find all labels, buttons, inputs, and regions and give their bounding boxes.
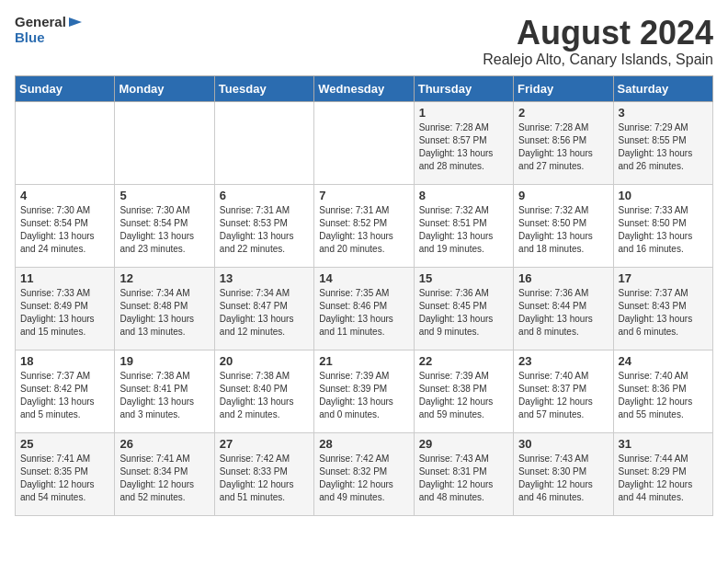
day-cell xyxy=(214,101,313,184)
week-row-5: 25Sunrise: 7:41 AM Sunset: 8:35 PM Dayli… xyxy=(16,432,713,515)
day-cell: 20Sunrise: 7:38 AM Sunset: 8:40 PM Dayli… xyxy=(214,350,313,432)
day-cell: 21Sunrise: 7:39 AM Sunset: 8:39 PM Dayli… xyxy=(314,350,414,432)
day-number: 21 xyxy=(319,354,408,368)
day-info: Sunrise: 7:42 AM Sunset: 8:33 PM Dayligh… xyxy=(220,453,309,504)
day-cell xyxy=(16,101,115,184)
day-info: Sunrise: 7:35 AM Sunset: 8:46 PM Dayligh… xyxy=(319,287,408,339)
day-cell: 30Sunrise: 7:43 AM Sunset: 8:30 PM Dayli… xyxy=(514,432,613,515)
day-cell: 25Sunrise: 7:41 AM Sunset: 8:35 PM Dayli… xyxy=(16,432,115,515)
day-info: Sunrise: 7:41 AM Sunset: 8:35 PM Dayligh… xyxy=(20,453,109,504)
day-cell: 24Sunrise: 7:40 AM Sunset: 8:36 PM Dayli… xyxy=(613,350,712,432)
day-number: 9 xyxy=(518,189,608,202)
day-number: 27 xyxy=(220,437,309,451)
day-info: Sunrise: 7:28 AM Sunset: 8:56 PM Dayligh… xyxy=(518,121,608,173)
week-row-1: 1Sunrise: 7:28 AM Sunset: 8:57 PM Daylig… xyxy=(16,101,713,184)
logo-arrow xyxy=(69,16,87,29)
day-info: Sunrise: 7:41 AM Sunset: 8:34 PM Dayligh… xyxy=(119,453,209,504)
day-info: Sunrise: 7:29 AM Sunset: 8:55 PM Dayligh… xyxy=(619,121,708,173)
day-info: Sunrise: 7:38 AM Sunset: 8:41 PM Dayligh… xyxy=(119,370,209,421)
day-cell: 18Sunrise: 7:37 AM Sunset: 8:42 PM Dayli… xyxy=(16,350,115,432)
col-thursday: Thursday xyxy=(414,75,513,101)
day-info: Sunrise: 7:33 AM Sunset: 8:50 PM Dayligh… xyxy=(619,204,708,256)
day-number: 17 xyxy=(619,271,708,285)
day-info: Sunrise: 7:28 AM Sunset: 8:57 PM Dayligh… xyxy=(419,121,508,173)
week-row-3: 11Sunrise: 7:33 AM Sunset: 8:49 PM Dayli… xyxy=(16,267,713,350)
day-info: Sunrise: 7:31 AM Sunset: 8:52 PM Dayligh… xyxy=(319,204,408,256)
day-number: 13 xyxy=(220,271,309,285)
day-cell: 19Sunrise: 7:38 AM Sunset: 8:41 PM Dayli… xyxy=(115,350,214,432)
day-cell: 28Sunrise: 7:42 AM Sunset: 8:32 PM Dayli… xyxy=(314,432,414,515)
calendar-table: Sunday Monday Tuesday Wednesday Thursday… xyxy=(15,75,713,516)
day-info: Sunrise: 7:37 AM Sunset: 8:42 PM Dayligh… xyxy=(20,370,109,421)
day-number: 26 xyxy=(119,437,209,451)
day-info: Sunrise: 7:33 AM Sunset: 8:49 PM Dayligh… xyxy=(20,287,109,339)
day-number: 5 xyxy=(119,189,209,202)
day-cell: 12Sunrise: 7:34 AM Sunset: 8:48 PM Dayli… xyxy=(115,267,214,350)
day-number: 19 xyxy=(119,354,209,368)
col-wednesday: Wednesday xyxy=(314,75,414,101)
day-number: 30 xyxy=(518,437,608,451)
day-info: Sunrise: 7:36 AM Sunset: 8:44 PM Dayligh… xyxy=(518,287,608,339)
day-number: 29 xyxy=(419,437,508,451)
day-number: 15 xyxy=(419,271,508,285)
day-info: Sunrise: 7:32 AM Sunset: 8:51 PM Dayligh… xyxy=(419,204,508,256)
day-info: Sunrise: 7:38 AM Sunset: 8:40 PM Dayligh… xyxy=(220,370,309,421)
day-number: 7 xyxy=(319,189,408,202)
col-sunday: Sunday xyxy=(16,75,115,101)
day-cell: 7Sunrise: 7:31 AM Sunset: 8:52 PM Daylig… xyxy=(314,184,414,267)
logo-general: General xyxy=(15,15,66,30)
day-number: 25 xyxy=(20,437,109,451)
day-cell: 17Sunrise: 7:37 AM Sunset: 8:43 PM Dayli… xyxy=(613,267,712,350)
col-friday: Friday xyxy=(514,75,613,101)
day-number: 12 xyxy=(119,271,209,285)
day-number: 6 xyxy=(220,189,309,202)
day-info: Sunrise: 7:43 AM Sunset: 8:31 PM Dayligh… xyxy=(419,453,508,504)
day-info: Sunrise: 7:36 AM Sunset: 8:45 PM Dayligh… xyxy=(419,287,508,339)
day-cell xyxy=(115,101,214,184)
day-number: 16 xyxy=(518,271,608,285)
day-info: Sunrise: 7:34 AM Sunset: 8:47 PM Dayligh… xyxy=(220,287,309,339)
day-cell: 26Sunrise: 7:41 AM Sunset: 8:34 PM Dayli… xyxy=(115,432,214,515)
week-row-2: 4Sunrise: 7:30 AM Sunset: 8:54 PM Daylig… xyxy=(16,184,713,267)
day-cell: 22Sunrise: 7:39 AM Sunset: 8:38 PM Dayli… xyxy=(414,350,513,432)
day-info: Sunrise: 7:44 AM Sunset: 8:29 PM Dayligh… xyxy=(619,453,708,504)
day-cell: 9Sunrise: 7:32 AM Sunset: 8:50 PM Daylig… xyxy=(514,184,613,267)
day-info: Sunrise: 7:40 AM Sunset: 8:36 PM Dayligh… xyxy=(619,370,708,421)
day-cell: 4Sunrise: 7:30 AM Sunset: 8:54 PM Daylig… xyxy=(16,184,115,267)
day-info: Sunrise: 7:30 AM Sunset: 8:54 PM Dayligh… xyxy=(119,204,209,256)
day-info: Sunrise: 7:40 AM Sunset: 8:37 PM Dayligh… xyxy=(518,370,608,421)
day-number: 4 xyxy=(20,189,109,202)
location-title: Realejo Alto, Canary Islands, Spain xyxy=(483,52,713,68)
day-cell: 3Sunrise: 7:29 AM Sunset: 8:55 PM Daylig… xyxy=(613,101,712,184)
day-cell: 5Sunrise: 7:30 AM Sunset: 8:54 PM Daylig… xyxy=(115,184,214,267)
day-number: 3 xyxy=(619,106,708,120)
day-info: Sunrise: 7:31 AM Sunset: 8:53 PM Dayligh… xyxy=(220,204,309,256)
logo: General Blue xyxy=(15,15,87,45)
day-cell: 29Sunrise: 7:43 AM Sunset: 8:31 PM Dayli… xyxy=(414,432,513,515)
col-tuesday: Tuesday xyxy=(214,75,313,101)
day-number: 31 xyxy=(619,437,708,451)
day-info: Sunrise: 7:30 AM Sunset: 8:54 PM Dayligh… xyxy=(20,204,109,256)
day-number: 18 xyxy=(20,354,109,368)
logo-blue: Blue xyxy=(15,30,87,46)
col-saturday: Saturday xyxy=(613,75,712,101)
day-number: 22 xyxy=(419,354,508,368)
day-cell: 6Sunrise: 7:31 AM Sunset: 8:53 PM Daylig… xyxy=(214,184,313,267)
svg-marker-0 xyxy=(69,17,82,27)
day-cell: 2Sunrise: 7:28 AM Sunset: 8:56 PM Daylig… xyxy=(514,101,613,184)
day-info: Sunrise: 7:42 AM Sunset: 8:32 PM Dayligh… xyxy=(319,453,408,504)
day-cell: 15Sunrise: 7:36 AM Sunset: 8:45 PM Dayli… xyxy=(414,267,513,350)
day-number: 28 xyxy=(319,437,408,451)
day-cell: 23Sunrise: 7:40 AM Sunset: 8:37 PM Dayli… xyxy=(514,350,613,432)
header: General Blue August 2024 Realejo Alto, C… xyxy=(15,15,713,68)
day-number: 24 xyxy=(619,354,708,368)
header-row: Sunday Monday Tuesday Wednesday Thursday… xyxy=(16,75,713,101)
day-cell: 27Sunrise: 7:42 AM Sunset: 8:33 PM Dayli… xyxy=(214,432,313,515)
day-number: 8 xyxy=(419,189,508,202)
day-number: 11 xyxy=(20,271,109,285)
day-cell: 11Sunrise: 7:33 AM Sunset: 8:49 PM Dayli… xyxy=(16,267,115,350)
day-number: 1 xyxy=(419,106,508,120)
day-cell: 16Sunrise: 7:36 AM Sunset: 8:44 PM Dayli… xyxy=(514,267,613,350)
day-cell: 14Sunrise: 7:35 AM Sunset: 8:46 PM Dayli… xyxy=(314,267,414,350)
day-number: 10 xyxy=(619,189,708,202)
